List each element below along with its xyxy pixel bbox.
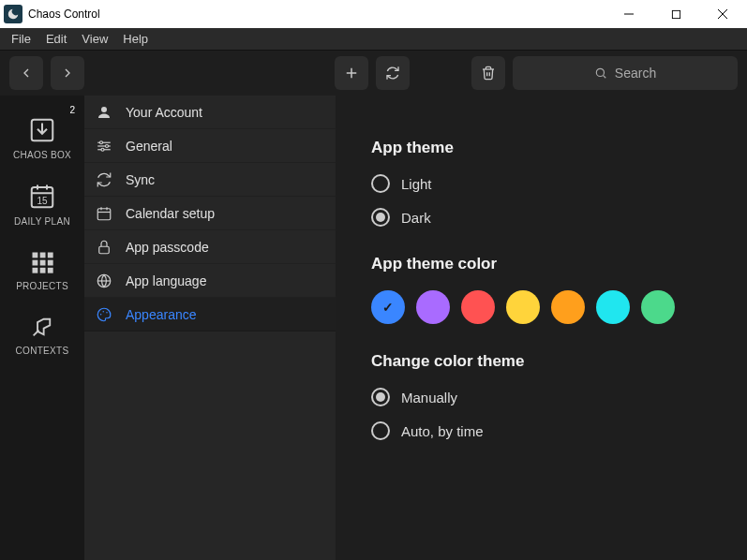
- calendar-icon: [96, 205, 112, 222]
- nav-label: DAILY PLAN: [14, 216, 70, 227]
- radio-change-manually[interactable]: Manually: [371, 388, 711, 406]
- menu-view[interactable]: View: [74, 30, 115, 48]
- color-swatches: [371, 290, 711, 324]
- svg-rect-15: [33, 253, 38, 258]
- section-title-theme: App theme: [371, 139, 711, 157]
- content-panel: App theme LightDark App theme color Chan…: [336, 96, 747, 560]
- radio-icon: [371, 421, 390, 440]
- svg-rect-16: [40, 253, 46, 258]
- settings-item-label: App passcode: [126, 240, 209, 255]
- nav-contexts[interactable]: CONTEXTS: [0, 301, 84, 365]
- sliders-icon: [96, 138, 112, 155]
- settings-item-language[interactable]: App language: [84, 264, 336, 298]
- settings-item-label: Calendar setup: [126, 206, 215, 221]
- settings-item-label: Your Account: [126, 105, 202, 120]
- nav-projects[interactable]: PROJECTS: [0, 236, 84, 301]
- settings-item-label: Sync: [126, 172, 155, 187]
- radio-label: Light: [401, 176, 432, 192]
- nav-badge: 2: [69, 105, 75, 115]
- settings-item-appearance[interactable]: Appearance: [84, 298, 336, 332]
- settings-item-general[interactable]: General: [84, 129, 336, 163]
- svg-rect-21: [33, 268, 38, 273]
- svg-point-39: [100, 313, 102, 315]
- color-swatch[interactable]: [461, 290, 495, 324]
- color-swatch[interactable]: [596, 290, 630, 324]
- search-input[interactable]: Search: [513, 56, 738, 90]
- nav-chaos-box[interactable]: 2 CHAOS BOX: [0, 103, 84, 169]
- nav-daily-plan[interactable]: 15 DAILY PLAN: [0, 169, 84, 236]
- toolbar: Search: [0, 51, 747, 96]
- radio-label: Manually: [401, 390, 457, 405]
- svg-point-31: [101, 148, 104, 151]
- color-swatch[interactable]: [371, 290, 405, 324]
- back-button[interactable]: [9, 56, 43, 90]
- svg-point-41: [106, 312, 108, 314]
- svg-text:15: 15: [37, 196, 48, 206]
- section-title-color: App theme color: [371, 255, 711, 273]
- window-controls: [608, 1, 743, 27]
- minimize-button[interactable]: [608, 1, 650, 27]
- color-swatch[interactable]: [416, 290, 450, 324]
- radio-label: Dark: [401, 210, 431, 226]
- settings-item-label: General: [126, 139, 172, 154]
- svg-point-25: [101, 107, 107, 112]
- palette-icon: [96, 306, 112, 323]
- radio-theme-light[interactable]: Light: [371, 174, 711, 193]
- svg-rect-36: [99, 246, 110, 254]
- svg-rect-17: [48, 253, 53, 258]
- delete-button[interactable]: [471, 56, 505, 90]
- settings-item-label: Appearance: [126, 307, 197, 322]
- menubar: File Edit View Help: [0, 28, 747, 51]
- menu-edit[interactable]: Edit: [38, 30, 74, 48]
- app-title: Chaos Control: [28, 7, 608, 21]
- svg-rect-1: [672, 10, 680, 18]
- settings-nav: Your Account General Sync Calendar setup…: [84, 96, 336, 560]
- maximize-button[interactable]: [655, 1, 696, 27]
- svg-rect-23: [48, 268, 53, 273]
- radio-theme-dark[interactable]: Dark: [371, 208, 711, 227]
- nav-label: CHAOS BOX: [13, 150, 71, 160]
- menu-file[interactable]: File: [4, 30, 38, 48]
- inbox-icon: [28, 116, 56, 144]
- svg-point-40: [103, 310, 105, 312]
- settings-item-account[interactable]: Your Account: [84, 96, 336, 129]
- svg-point-30: [106, 144, 109, 147]
- globe-icon: [96, 273, 112, 289]
- settings-item-sync[interactable]: Sync: [84, 163, 336, 197]
- nav-label: CONTEXTS: [16, 346, 69, 356]
- svg-point-29: [100, 140, 103, 143]
- nav-label: PROJECTS: [16, 281, 68, 291]
- forward-button[interactable]: [51, 56, 84, 90]
- radio-label: Auto, by time: [401, 423, 484, 439]
- app-icon: [4, 5, 22, 23]
- titlebar: Chaos Control: [0, 0, 747, 28]
- left-nav: 2 CHAOS BOX 15 DAILY PLAN PROJECTS CONTE…: [0, 96, 84, 560]
- settings-item-label: App language: [126, 273, 206, 288]
- section-title-change: Change color theme: [371, 352, 711, 371]
- user-icon: [96, 104, 112, 121]
- lock-icon: [96, 239, 112, 256]
- color-swatch[interactable]: [641, 290, 675, 324]
- radio-icon: [371, 174, 390, 193]
- radio-change-auto-by-time[interactable]: Auto, by time: [371, 421, 711, 440]
- radio-icon: [371, 388, 390, 406]
- svg-rect-18: [33, 260, 38, 266]
- svg-rect-19: [40, 260, 46, 266]
- svg-rect-22: [40, 268, 46, 273]
- svg-rect-32: [97, 208, 111, 219]
- close-button[interactable]: [702, 1, 743, 27]
- sync-icon: [96, 171, 112, 188]
- svg-line-7: [603, 76, 605, 79]
- settings-item-calendar[interactable]: Calendar setup: [84, 197, 336, 230]
- settings-item-passcode[interactable]: App passcode: [84, 230, 336, 264]
- refresh-button[interactable]: [376, 56, 410, 90]
- add-button[interactable]: [335, 56, 368, 90]
- svg-point-6: [596, 68, 604, 76]
- svg-line-24: [34, 331, 39, 336]
- search-placeholder: Search: [615, 66, 656, 81]
- color-swatch[interactable]: [506, 290, 540, 324]
- radio-icon: [371, 208, 390, 227]
- grid-icon: [29, 249, 55, 275]
- color-swatch[interactable]: [551, 290, 585, 324]
- menu-help[interactable]: Help: [115, 30, 156, 48]
